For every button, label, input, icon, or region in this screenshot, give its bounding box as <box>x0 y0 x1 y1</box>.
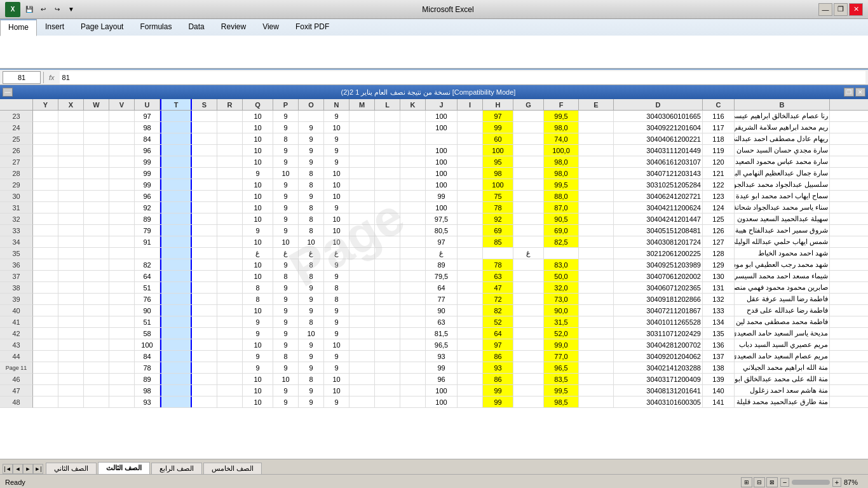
cell-G-23[interactable] <box>513 111 544 121</box>
zoom-in-btn[interactable]: + <box>832 478 841 487</box>
inner-minimize[interactable]: — <box>3 88 13 97</box>
cell-J-25[interactable] <box>426 133 458 144</box>
cell-K-24[interactable] <box>400 122 426 133</box>
cell-V-23[interactable] <box>109 111 135 121</box>
cell-F-24[interactable]: 98,0 <box>544 122 579 133</box>
tab-home[interactable]: Home <box>0 19 37 36</box>
page-break-btn[interactable]: ⊠ <box>766 477 778 487</box>
cell-O-23[interactable] <box>299 111 324 121</box>
name-box[interactable] <box>3 71 41 84</box>
cell-Y-25[interactable] <box>33 133 58 144</box>
cell-Q-25[interactable]: 10 <box>243 133 273 144</box>
normal-view-btn[interactable]: ⊞ <box>741 477 752 487</box>
cell-N-23[interactable]: 9 <box>324 111 349 121</box>
tab-grade3[interactable]: الصف الثالث <box>98 462 150 474</box>
tab-review[interactable]: Review <box>213 19 254 36</box>
cell-Y-24[interactable] <box>33 122 58 133</box>
tab-last-btn[interactable]: ►| <box>33 464 43 474</box>
cell-I-25[interactable] <box>458 133 483 144</box>
zoom-slider[interactable] <box>792 480 830 485</box>
tab-view[interactable]: View <box>254 19 287 36</box>
cell-V-24[interactable] <box>109 122 135 133</box>
cell-K-25[interactable] <box>400 133 426 144</box>
cell-P-25[interactable]: 8 <box>273 133 299 144</box>
cell-E-24[interactable] <box>579 122 614 133</box>
cell-H-24[interactable]: 99 <box>483 122 513 133</box>
cell-K-23[interactable] <box>400 111 426 121</box>
cell-W-25[interactable] <box>84 133 109 144</box>
tab-data[interactable]: Data <box>180 19 212 36</box>
cell-F-25[interactable]: 74,0 <box>544 133 579 144</box>
cell-Q-23[interactable]: 10 <box>243 111 273 121</box>
tab-formulas[interactable]: Formulas <box>132 19 180 36</box>
cell-P-23[interactable]: 9 <box>273 111 299 121</box>
cell-I-23[interactable] <box>458 111 483 121</box>
cell-D-24[interactable]: 30409221201604 <box>614 122 703 133</box>
cell-U-25[interactable]: 84 <box>135 133 160 144</box>
restore-btn[interactable]: ❐ <box>834 3 848 16</box>
page-layout-btn[interactable]: ⊟ <box>754 477 765 487</box>
cell-M-24[interactable] <box>349 122 375 133</box>
cell-U-24[interactable]: 98 <box>135 122 160 133</box>
cell-B-23[interactable]: رنا عصام عبدالخالق ابراهيم عيسى <box>735 111 830 121</box>
cell-W-24[interactable] <box>84 122 109 133</box>
undo-btn[interactable]: ↩ <box>37 3 50 16</box>
cell-L-23[interactable] <box>375 111 400 121</box>
tab-grade5[interactable]: الصف الخامس <box>203 463 262 474</box>
cell-L-24[interactable] <box>375 122 400 133</box>
minimize-btn[interactable]: — <box>818 3 832 16</box>
tab-pagelayout[interactable]: Page Layout <box>72 19 132 36</box>
cell-J-24[interactable]: 100 <box>426 122 458 133</box>
cell-W-23[interactable] <box>84 111 109 121</box>
cell-H-23[interactable]: 97 <box>483 111 513 121</box>
cell-D-23[interactable]: 304030601​01665 <box>614 111 703 121</box>
cell-O-24[interactable]: 9 <box>299 122 324 133</box>
save-quick-btn[interactable]: 💾 <box>23 3 36 16</box>
cell-M-25[interactable] <box>349 133 375 144</box>
cell-I-24[interactable] <box>458 122 483 133</box>
close-btn[interactable]: ✕ <box>849 3 863 16</box>
cell-F-23[interactable]: 99,5 <box>544 111 579 121</box>
quick-access-dropdown[interactable]: ▼ <box>65 3 78 16</box>
cell-S-25[interactable] <box>192 133 217 144</box>
cell-Y-23[interactable] <box>33 111 58 121</box>
tab-first-btn[interactable]: |◄ <box>3 464 13 474</box>
tab-next-btn[interactable]: ► <box>23 464 33 474</box>
cell-J-23[interactable]: 100 <box>426 111 458 121</box>
tab-insert[interactable]: Insert <box>37 19 72 36</box>
cell-S-24[interactable] <box>192 122 217 133</box>
tab-prev-btn[interactable]: ◄ <box>13 464 23 474</box>
cell-B-25[interactable]: ريهام عادل مصطفى احمد عبدالنطيف <box>735 133 830 144</box>
cell-G-25[interactable] <box>513 133 544 144</box>
redo-btn[interactable]: ↪ <box>51 3 64 16</box>
cell-M-23[interactable] <box>349 111 375 121</box>
cell-C-23[interactable]: 116 <box>703 111 735 121</box>
cell-X-25[interactable] <box>58 133 84 144</box>
cell-X-23[interactable] <box>58 111 84 121</box>
cell-X-24[interactable] <box>58 122 84 133</box>
cell-T-25[interactable] <box>160 133 192 144</box>
cell-T-23[interactable] <box>160 111 192 121</box>
cell-P-24[interactable]: 9 <box>273 122 299 133</box>
tab-grade4[interactable]: الصف الرابع <box>151 463 202 474</box>
cell-G-24[interactable] <box>513 122 544 133</box>
cell-N-24[interactable]: 10 <box>324 122 349 133</box>
cell-R-24[interactable] <box>217 122 243 133</box>
cell-H-25[interactable]: 60 <box>483 133 513 144</box>
cell-D-25[interactable]: 30404061200221 <box>614 133 703 144</box>
cell-U-23[interactable]: 97 <box>135 111 160 121</box>
cell-Q-24[interactable]: 10 <box>243 122 273 133</box>
cell-O-25[interactable]: 9 <box>299 133 324 144</box>
cell-E-25[interactable] <box>579 133 614 144</box>
inner-close[interactable]: ✕ <box>855 88 865 97</box>
cell-L-25[interactable] <box>375 133 400 144</box>
cell-V-25[interactable] <box>109 133 135 144</box>
cell-T-24[interactable] <box>160 122 192 133</box>
zoom-out-btn[interactable]: − <box>780 478 789 487</box>
cell-C-24[interactable]: 117 <box>703 122 735 133</box>
tab-foxit[interactable]: Foxit PDF <box>287 19 337 36</box>
cell-S-23[interactable] <box>192 111 217 121</box>
inner-restore[interactable]: ❐ <box>844 88 854 97</box>
cell-N-25[interactable]: 9 <box>324 133 349 144</box>
cell-B-24[interactable]: ريم محمد ابراهيم سلامة الشريقي <box>735 122 830 133</box>
